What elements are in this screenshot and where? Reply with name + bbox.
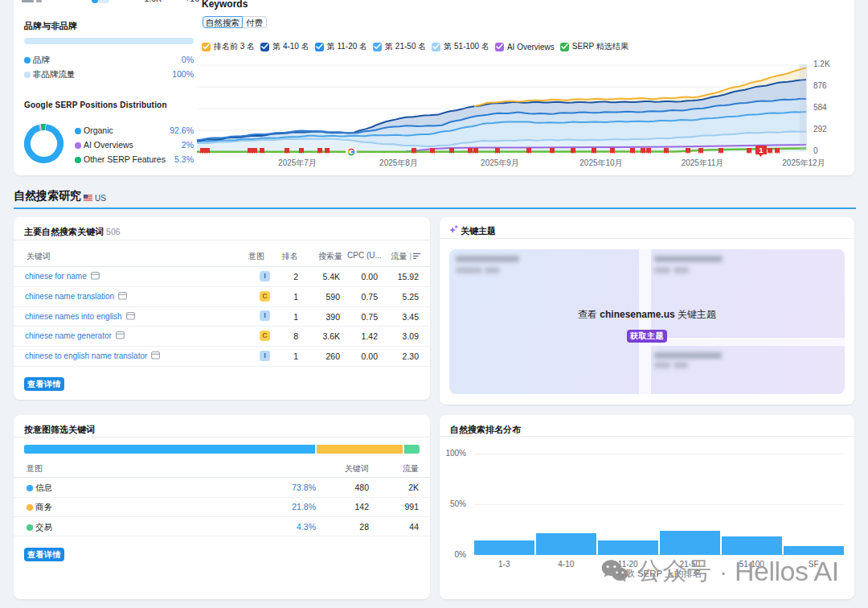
- svg-text:1: 1: [759, 146, 764, 154]
